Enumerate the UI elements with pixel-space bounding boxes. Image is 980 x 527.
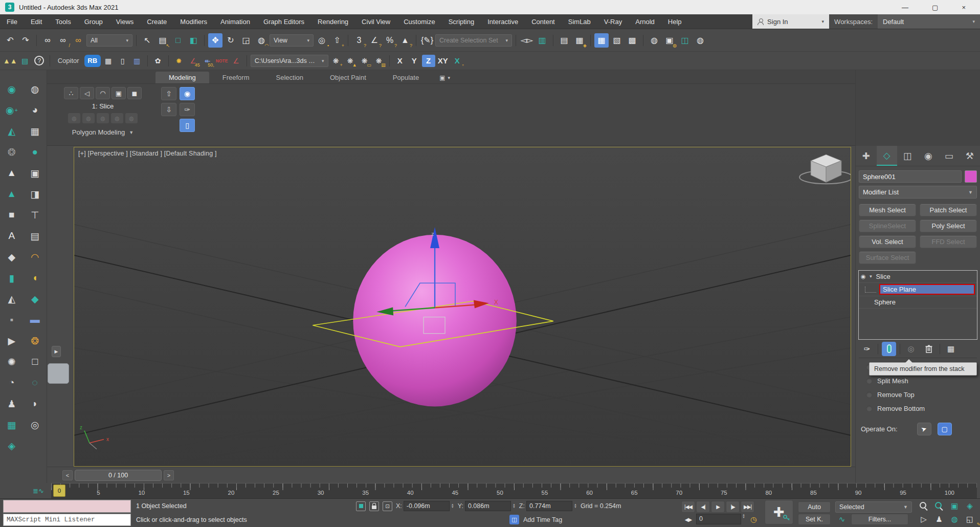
cabinet-icon[interactable]: ▦ <box>24 123 47 139</box>
rectangular-selection-region-icon[interactable]: □ <box>171 33 185 48</box>
spline-select-button[interactable]: SplineSelect <box>859 219 916 232</box>
ribbon-toggle-icon[interactable]: ▦ <box>594 33 609 48</box>
dice-icon[interactable]: ◨ <box>24 186 47 202</box>
trees-icon[interactable]: ▲ <box>0 165 24 181</box>
create-tab-icon[interactable]: ✚ <box>856 146 877 166</box>
use-pivot-point-center-icon[interactable]: ◎ ▪ <box>315 33 329 48</box>
menu-item[interactable]: Edit <box>24 14 49 29</box>
star-rays-icon[interactable]: ✺ <box>0 354 24 369</box>
menu-item[interactable]: Scripting <box>442 14 481 29</box>
remove-modifier-trash-icon[interactable] <box>922 342 936 356</box>
spinner-arrows[interactable]: ▲▼ <box>451 503 454 509</box>
gear-grid-icon[interactable]: ❋ ▤ <box>372 55 386 67</box>
remove-top-radio[interactable]: Remove Top <box>859 388 977 402</box>
undo-icon[interactable]: ↶ <box>3 33 17 48</box>
menu-item[interactable]: Create <box>140 14 173 29</box>
current-frame-spinner[interactable]: 0 <box>696 514 741 524</box>
cube-stack-icon[interactable]: ■ <box>0 207 24 223</box>
zoom-icon[interactable] <box>917 500 931 512</box>
percent-snap-toggle-icon[interactable]: % ? <box>383 33 397 48</box>
menu-item[interactable]: Animation <box>214 14 257 29</box>
element-mode-icon[interactable]: ◼ <box>127 87 142 99</box>
redo-icon[interactable]: ↷ <box>18 33 33 48</box>
tab-populate[interactable]: Populate <box>380 72 432 83</box>
modeling-tool-icon[interactable]: ◍ <box>111 113 123 123</box>
viewport-label[interactable]: [+] [Perspective ] [Standard ] [Default … <box>78 150 217 157</box>
menu-item[interactable]: Civil View <box>355 14 397 29</box>
select-and-scale-icon[interactable]: ◲ <box>239 33 253 48</box>
select-and-manipulate-icon[interactable]: ⇧ + <box>330 33 344 48</box>
ribbon-pin-button[interactable]: ✑ <box>180 103 195 116</box>
spinner-snap-toggle-icon[interactable]: ▲ ? <box>398 33 412 48</box>
maximize-button[interactable]: ▢ <box>932 4 938 11</box>
bind-to-space-warp-icon[interactable]: ∞ <box>71 33 85 48</box>
select-and-rotate-icon[interactable]: ↻ <box>224 33 238 48</box>
window-crossing-icon[interactable]: ◧ <box>186 33 201 48</box>
selection-lock-icon[interactable] <box>369 501 379 511</box>
patch-select-button[interactable]: Patch Select <box>920 204 977 216</box>
time-configuration-icon[interactable]: ◷ <box>746 514 760 525</box>
unlink-selection-icon[interactable]: ∞ / <box>56 33 70 48</box>
t-pin-icon[interactable]: ⊤ <box>24 207 47 223</box>
spinner-arrows[interactable]: ▲▼ <box>574 503 577 509</box>
rendered-frame-window-icon[interactable]: ◫ <box>678 33 692 48</box>
previous-frame-arrow[interactable]: < <box>62 470 73 480</box>
ribbon-bulb-toggle-button[interactable]: ◉ <box>180 87 195 100</box>
object-color-swatch[interactable] <box>965 170 977 183</box>
modeling-tool-icon[interactable]: ◍ <box>97 113 109 123</box>
zoom-region-icon[interactable] <box>932 500 946 512</box>
ribbon-panel-toggle-button[interactable]: ▯ <box>180 119 195 132</box>
gear-up-icon[interactable]: ❋ ▲ <box>344 55 357 67</box>
make-unique-icon[interactable]: ◎ <box>904 342 918 356</box>
go-to-end-button[interactable]: ▶▶| <box>741 501 754 513</box>
spinner-arrows[interactable]: ▲▼ <box>513 503 516 509</box>
menu-item[interactable]: SimLab <box>562 14 597 29</box>
z-coordinate-field[interactable]: 0.774m <box>526 501 572 511</box>
gear-add-icon[interactable]: ❋ + <box>329 55 343 67</box>
object-name-field[interactable]: Sphere001 <box>859 170 962 183</box>
modifier-list-dropdown[interactable]: Modifier List ▼ <box>859 186 977 199</box>
heptagon-icon[interactable]: ◆ <box>0 249 24 265</box>
teapot-icon[interactable]: ◍ <box>24 81 47 97</box>
person-icon[interactable]: ♟ <box>0 396 24 411</box>
key-mode-toggle-icon[interactable]: ◀▶ <box>681 514 695 525</box>
modify-tab-icon[interactable]: ◇ <box>877 146 898 166</box>
restrict-xy-plane-button[interactable]: XY <box>436 55 450 67</box>
half-sphere-icon[interactable]: ◖ <box>24 270 47 286</box>
restrict-y-button[interactable]: Y <box>408 55 421 67</box>
ribbon-tab-menu-icon[interactable]: ▣▾ <box>439 74 450 83</box>
pin-stack-icon[interactable]: ✑ <box>860 342 874 356</box>
maxscript-macro-recorder-field[interactable] <box>3 500 131 513</box>
menu-item[interactable]: Help <box>661 14 688 29</box>
film-box-icon[interactable]: ▣ <box>24 165 47 181</box>
time-slider-marker[interactable]: 0 <box>53 485 65 497</box>
video-camera-icon[interactable]: ◉ <box>0 81 24 97</box>
modeling-tool-icon[interactable]: ◍ <box>68 113 80 123</box>
hierarchy-tab-icon[interactable]: ◫ <box>897 146 918 166</box>
maximize-viewport-icon[interactable]: ◱ <box>963 513 977 525</box>
surface-select-button[interactable]: Surface Select <box>859 251 916 264</box>
stack-row-base-object[interactable]: Sphere <box>859 296 977 309</box>
walk-through-icon[interactable]: ♟ <box>932 513 946 525</box>
help-icon[interactable]: ? <box>33 55 46 67</box>
menu-item[interactable]: Arnold <box>629 14 661 29</box>
mirror-icon[interactable]: ◅▻ <box>520 33 534 48</box>
angle-snap-toggle-icon[interactable]: ∠ ? <box>367 33 382 48</box>
field-of-view-icon[interactable]: ▷ <box>917 513 931 525</box>
layer-explorer-icon[interactable]: ▦ ◈ <box>572 33 587 48</box>
trees-icon[interactable]: ▲▲ <box>3 55 17 67</box>
set-key-button[interactable]: Set K. <box>798 514 831 525</box>
cylinder-icon[interactable]: ▮ <box>0 270 24 286</box>
pine-tree-icon[interactable]: ▲ <box>0 186 24 202</box>
filters-button[interactable]: Filters... <box>851 514 908 525</box>
letter-a-icon[interactable]: A <box>0 228 24 244</box>
grid-array-icon[interactable]: ▦ <box>0 417 24 432</box>
polygon-mode-icon[interactable]: ▣ <box>112 87 126 99</box>
motion-tab-icon[interactable]: ◉ <box>918 146 939 166</box>
zoom-extents-icon[interactable]: ▣ <box>947 500 962 512</box>
tool-swatch-button[interactable] <box>48 363 69 384</box>
stack-item-slice-plane-selected[interactable]: Slice Plane <box>879 284 975 295</box>
egg-icon[interactable]: ● <box>24 144 47 160</box>
clover-icon[interactable]: ✿ <box>151 55 165 67</box>
zoom-extents-all-icon[interactable]: ◈ <box>963 500 977 512</box>
